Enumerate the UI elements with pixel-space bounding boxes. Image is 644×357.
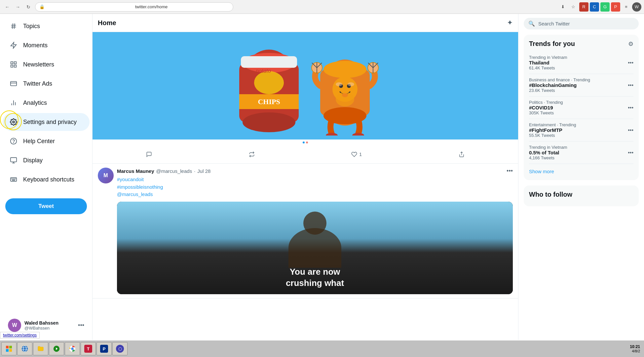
svg-point-14: [13, 121, 15, 123]
trend-item-2[interactable]: Politics · Trending #COVID19 305K Tweets…: [529, 97, 633, 119]
trends-title: Trends for you: [529, 40, 575, 48]
taskbar-clock: 10:21 4/8/2: [630, 344, 643, 353]
clock-time: 10:21: [630, 344, 640, 349]
taskbar-app5-button[interactable]: T: [81, 342, 96, 355]
address-bar[interactable]: 🔒 twitter.com/home: [35, 2, 233, 12]
who-to-follow-title: Who to follow: [529, 191, 633, 198]
trend-more-0[interactable]: •••: [628, 60, 633, 66]
trends-settings-icon[interactable]: ⚙: [628, 40, 633, 48]
trend-more-1[interactable]: •••: [628, 82, 633, 88]
sidebar-item-moments[interactable]: Moments: [3, 36, 90, 54]
profile-icon[interactable]: W: [632, 2, 641, 12]
sparkle-icon[interactable]: ✦: [507, 19, 513, 27]
extension-icon-2[interactable]: C: [590, 2, 599, 12]
svg-point-54: [352, 133, 364, 136]
ad-icon: [9, 79, 18, 88]
trend-category-1: Business and finance · Trending: [529, 77, 590, 82]
main-feed: Home ✦ CHIPS: [93, 14, 518, 340]
hashtag-1[interactable]: #youcandoit: [117, 177, 144, 182]
feed-header: Home ✦: [93, 14, 518, 32]
extension-icon-1[interactable]: R: [579, 2, 588, 12]
trend-more-3[interactable]: •••: [628, 127, 633, 133]
tweet-content-2: Marcus Mauney @marcus_leads · Jul 28 •••…: [117, 168, 513, 294]
svg-rect-6: [14, 62, 16, 64]
star-icon[interactable]: ☆: [569, 2, 578, 12]
sidebar-item-settings[interactable]: Settings and privacy: [3, 113, 90, 131]
forward-button[interactable]: →: [13, 2, 22, 12]
trend-name-1: #BlockchainGaming: [529, 82, 590, 88]
browser-nav: ← → ↻: [3, 2, 33, 12]
trend-more-2[interactable]: •••: [628, 105, 633, 111]
svg-rect-57: [6, 346, 9, 348]
right-sidebar: 🔍 Trends for you ⚙ Trending in Vietnam T…: [518, 14, 644, 340]
mention-1[interactable]: @marcus_leads: [117, 191, 153, 197]
trend-item-3[interactable]: Entertainment · Trending #FightForMTP 55…: [529, 119, 633, 141]
show-more-link[interactable]: Show more: [529, 164, 633, 175]
extension-icon-4[interactable]: P: [611, 2, 620, 12]
svg-rect-58: [9, 346, 12, 348]
reply-button[interactable]: [143, 149, 155, 160]
tweet-card-1: CHIPS potato: [93, 32, 518, 164]
trend-category-0: Trending in Vietnam: [529, 55, 567, 60]
sidebar-item-display[interactable]: Display: [3, 151, 90, 169]
question-icon: [9, 137, 18, 145]
download-icon[interactable]: ⬇: [558, 2, 567, 12]
trend-item-0[interactable]: Trending in Vietnam Thailand 61.4K Tweet…: [529, 52, 633, 74]
browser-bar: ← → ↻ 🔒 twitter.com/home ⬇ ☆ R C G P ≡ W: [0, 0, 644, 14]
search-box[interactable]: 🔍: [524, 18, 639, 29]
media-icon: [53, 345, 60, 353]
sidebar-item-twitter-ads[interactable]: Twitter Ads: [3, 75, 90, 93]
hashtag-2[interactable]: #impossibleisnothing: [117, 184, 163, 190]
tweet-button[interactable]: Tweet: [5, 198, 87, 214]
taskbar-ie-button[interactable]: [17, 342, 32, 355]
trend-item-4[interactable]: Trending in Vietnam 0.5% of Total 4,166 …: [529, 141, 633, 164]
svg-point-42: [336, 82, 342, 86]
trend-item-1[interactable]: Business and finance · Trending #Blockch…: [529, 74, 633, 97]
user-display-name: Waled Bahssen: [24, 320, 75, 326]
refresh-button[interactable]: ↻: [24, 2, 33, 12]
svg-rect-17: [11, 158, 17, 162]
user-more-button[interactable]: •••: [78, 322, 84, 329]
sidebar-item-newsletters[interactable]: Newsletters: [3, 56, 90, 73]
taskbar-media-button[interactable]: [49, 342, 64, 355]
trend-more-4[interactable]: •••: [628, 150, 633, 156]
svg-point-37: [323, 61, 366, 78]
taskbar-chrome-button[interactable]: [65, 342, 80, 355]
sidebar-item-help[interactable]: Help Center: [3, 132, 90, 150]
display-icon: [9, 156, 18, 165]
trend-category-4: Trending in Vietnam: [529, 145, 567, 150]
sidebar-moments-label: Moments: [23, 42, 48, 49]
sidebar-item-analytics[interactable]: Analytics: [3, 94, 90, 112]
tweet-more-button[interactable]: •••: [507, 168, 513, 175]
clock-date: 4/8/2: [630, 349, 640, 353]
tweet-body-2: M Marcus Mauney @marcus_leads · Jul 28 •…: [93, 164, 518, 298]
like-button[interactable]: 1: [349, 149, 364, 160]
search-input[interactable]: [538, 21, 634, 26]
trend-name-3: #FightForMTP: [529, 127, 576, 133]
extension-icon-3[interactable]: G: [600, 2, 610, 12]
svg-point-29: [243, 112, 295, 132]
sidebar-item-keyboard-shortcuts[interactable]: Keyboard shortcuts: [3, 171, 90, 188]
tweet-author: Marcus Mauney: [117, 168, 154, 174]
tweet-actions-1: 1: [93, 145, 518, 163]
taskbar-app6-button[interactable]: P: [96, 342, 112, 355]
more-tools-icon[interactable]: ≡: [622, 2, 631, 12]
trends-box: Trends for you ⚙ Trending in Vietnam Tha…: [524, 35, 639, 180]
lightning-icon: [9, 41, 18, 50]
bar-chart-icon: [9, 99, 18, 107]
back-button[interactable]: ←: [3, 2, 12, 12]
sidebar-item-topics[interactable]: Topics: [3, 17, 90, 35]
tweet-text-2: #youcandoit #impossibleisnothing @marcus…: [117, 176, 513, 198]
ie-icon: [21, 345, 29, 353]
who-to-follow-box: Who to follow: [524, 185, 639, 206]
tweet-media: You are nowcrushing what: [117, 202, 513, 294]
feed-title: Home: [98, 19, 116, 27]
retweet-button[interactable]: [246, 149, 257, 160]
taskbar-app7-button[interactable]: ⬡: [112, 342, 128, 355]
gear-icon: [9, 118, 18, 126]
taskbar-explorer-button[interactable]: [33, 342, 48, 355]
avatar: W: [8, 319, 21, 332]
share-button[interactable]: [456, 149, 467, 160]
taskbar: T P ⬡ 10:21 4/8/2: [0, 340, 644, 357]
taskbar-start-button[interactable]: [1, 342, 17, 355]
